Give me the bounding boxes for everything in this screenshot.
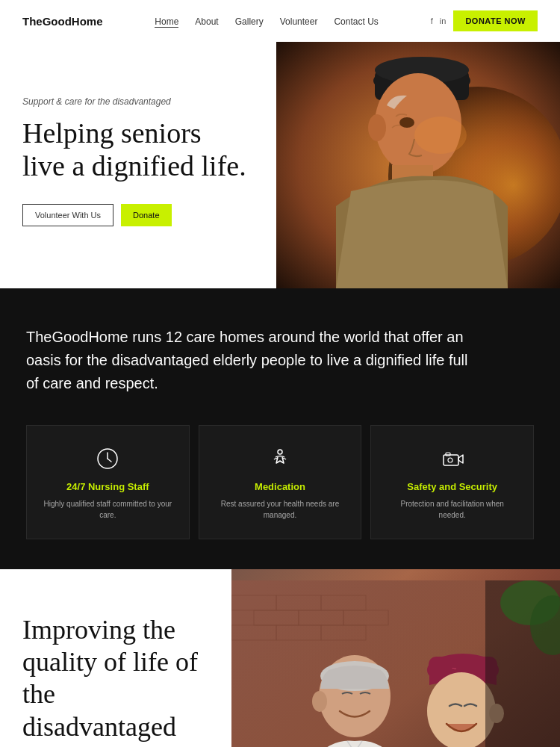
svg-point-8	[399, 117, 414, 128]
navbar: TheGoodHome Home About Gallery Volunteer…	[0, 0, 560, 42]
mission-section: TheGoodHome runs 12 care homes around th…	[0, 288, 560, 569]
svg-rect-17	[446, 453, 450, 456]
svg-line-12	[108, 459, 111, 462]
features-row: 24/7 Nursing Staff Highly qualified staf…	[26, 425, 534, 539]
svg-point-16	[448, 458, 452, 462]
svg-point-6	[368, 114, 386, 141]
hero-text-area: Support & care for the disadvantaged Hel…	[0, 42, 276, 288]
feature-desc-medication: Rest assured your health needs are manag…	[214, 498, 346, 521]
quality-section: Improving the quality of life of the dis…	[0, 569, 560, 747]
donate-button[interactable]: DONATE NOW	[453, 10, 538, 31]
nav-item-contact[interactable]: Contact Us	[334, 14, 378, 28]
hero-illustration	[276, 42, 560, 288]
nav-right: f in DONATE NOW	[431, 10, 538, 31]
feature-title-nursing: 24/7 Nursing Staff	[66, 481, 149, 492]
nav-links: Home About Gallery Volunteer Contact Us	[155, 14, 378, 28]
hero-buttons: Volunteer With Us Donate	[22, 204, 254, 226]
hero-donate-button[interactable]: Donate	[121, 204, 171, 226]
quality-title: Improving the quality of life of the dis…	[22, 614, 209, 747]
svg-rect-14	[444, 455, 458, 465]
nav-item-gallery[interactable]: Gallery	[235, 14, 264, 28]
feature-card-medication: Medication Rest assured your health need…	[199, 425, 362, 539]
svg-point-13	[278, 450, 282, 454]
svg-text:~: ~	[452, 664, 456, 673]
hero-subtitle: Support & care for the disadvantaged	[22, 96, 254, 107]
nav-logo: TheGoodHome	[22, 15, 103, 28]
feature-title-security: Safety and Security	[407, 481, 497, 492]
nav-item-about[interactable]: About	[195, 14, 218, 28]
quality-text: Improving the quality of life of the dis…	[0, 569, 231, 747]
quality-illustration: ~	[231, 569, 560, 747]
svg-marker-15	[458, 455, 463, 463]
clock-icon	[96, 447, 119, 471]
meditation-icon	[268, 447, 292, 471]
hero-image	[276, 42, 560, 288]
hero-section: Support & care for the disadvantaged Hel…	[0, 42, 560, 288]
svg-point-31	[312, 691, 327, 712]
hero-title: Helping seniorslive a dignified life.	[22, 117, 254, 182]
svg-point-9	[414, 117, 467, 154]
mission-text: TheGoodHome runs 12 care homes around th…	[26, 326, 474, 395]
volunteer-button[interactable]: Volunteer With Us	[22, 204, 113, 226]
feature-card-nursing: 24/7 Nursing Staff Highly qualified staf…	[26, 425, 190, 539]
feature-title-medication: Medication	[255, 481, 305, 492]
nav-item-volunteer[interactable]: Volunteer	[280, 14, 318, 28]
nav-item-home[interactable]: Home	[155, 14, 178, 28]
quality-image: ~	[231, 569, 560, 747]
camera-icon	[441, 447, 464, 471]
feature-desc-nursing: Highly qualified staff committed to your…	[42, 498, 174, 521]
feature-desc-security: Protection and facilitation when needed.	[386, 498, 518, 521]
social-links: f in	[431, 16, 447, 25]
feature-card-security: Safety and Security Protection and facil…	[370, 425, 534, 539]
